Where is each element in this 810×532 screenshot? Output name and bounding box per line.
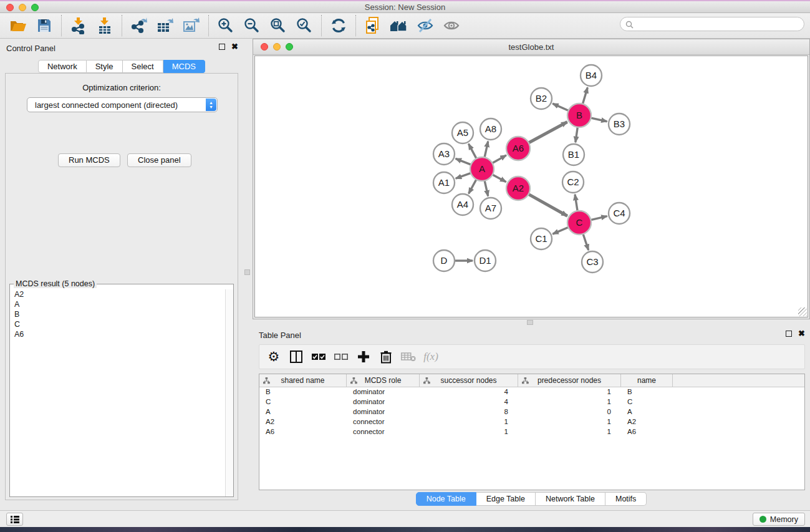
zoom-fit-icon[interactable] (268, 15, 289, 36)
table-cell[interactable]: 1 (420, 417, 518, 427)
export-network-icon[interactable] (128, 15, 150, 36)
node-A7[interactable]: A7 (480, 198, 501, 219)
node-D[interactable]: D (433, 250, 455, 271)
node-C[interactable]: C (567, 211, 591, 235)
table-cell[interactable]: A (259, 407, 347, 417)
delete-column-icon[interactable] (377, 347, 395, 366)
node-A3[interactable]: A3 (433, 143, 455, 165)
mcds-result-list[interactable]: A2ABCA6 (11, 289, 224, 496)
node-A2[interactable]: A2 (506, 177, 530, 200)
edge-C-C2[interactable] (575, 195, 577, 211)
table-cell[interactable]: dominator (347, 397, 420, 407)
edge-A6-B[interactable] (528, 122, 567, 143)
edge-A-A3[interactable] (456, 158, 472, 165)
network-from-selection-icon[interactable] (362, 15, 383, 36)
node-A6[interactable]: A6 (506, 137, 530, 160)
memory-button[interactable]: Memory (753, 513, 805, 526)
node-A5[interactable]: A5 (452, 122, 473, 143)
tab-style[interactable]: Style (87, 60, 123, 73)
node-A1[interactable]: A1 (433, 172, 455, 193)
table-row[interactable]: Bdominator41B (259, 387, 804, 397)
node-B[interactable]: B (567, 104, 591, 127)
splitter-grip[interactable] (527, 320, 533, 325)
apply-layout-icon[interactable] (328, 15, 349, 36)
node-D1[interactable]: D1 (475, 250, 496, 271)
zoom-in-icon[interactable] (215, 15, 236, 36)
close-panel-icon[interactable]: ✖ (798, 331, 805, 337)
table-cell[interactable]: A6 (259, 427, 347, 437)
table-row[interactable]: A2connector11A2 (259, 417, 804, 427)
node-B3[interactable]: B3 (609, 114, 630, 135)
first-neighbors-icon[interactable] (388, 15, 410, 36)
column-header-MCDS-role[interactable]: MCDS role (347, 374, 420, 387)
edge-A-A1[interactable] (456, 173, 471, 178)
tab-edge-table[interactable]: Edge Table (476, 492, 536, 506)
edge-A-A7[interactable] (485, 180, 488, 196)
edge-A-A6[interactable] (492, 155, 506, 163)
table-cell[interactable]: C (259, 397, 347, 407)
node-B2[interactable]: B2 (531, 88, 552, 109)
tab-motifs[interactable]: Motifs (605, 492, 647, 506)
close-panel-icon[interactable]: ✖ (231, 44, 238, 50)
edge-C-C4[interactable] (591, 216, 607, 220)
table-cell[interactable]: 4 (420, 387, 518, 397)
table-cell[interactable]: B (621, 387, 673, 397)
table-row[interactable]: A6connector11A6 (259, 427, 804, 437)
node-C1[interactable]: C1 (531, 228, 552, 249)
zoom-selected-icon[interactable] (294, 15, 315, 36)
export-image-icon[interactable] (181, 15, 202, 36)
hide-selected-icon[interactable] (415, 15, 436, 36)
edge-C-C1[interactable] (552, 227, 569, 234)
mcds-result-item[interactable]: A2 (11, 289, 224, 299)
zoom-out-icon[interactable] (241, 15, 263, 36)
edge-A-A2[interactable] (492, 174, 506, 181)
export-table-icon[interactable] (155, 15, 176, 36)
table-settings-icon[interactable]: ⚙ (264, 347, 283, 366)
edge-A-A4[interactable] (469, 179, 477, 194)
criterion-select[interactable]: largest connected component (directed) ▲… (27, 97, 218, 112)
node-A8[interactable]: A8 (480, 118, 501, 140)
edge-B-B3[interactable] (591, 118, 607, 122)
table-cell[interactable]: 0 (518, 407, 621, 417)
mcds-result-item[interactable]: B (11, 309, 224, 319)
import-network-icon[interactable] (68, 15, 89, 36)
node-B4[interactable]: B4 (581, 65, 602, 86)
open-session-icon[interactable] (7, 15, 29, 36)
node-C3[interactable]: C3 (582, 251, 603, 273)
add-column-icon[interactable] (354, 347, 373, 366)
table-cell[interactable]: B (259, 387, 347, 397)
vertical-splitter[interactable] (243, 39, 253, 510)
node-A[interactable]: A (470, 157, 494, 181)
table-cell[interactable]: A6 (621, 427, 673, 437)
mcds-result-item[interactable]: A6 (11, 329, 224, 339)
network-canvas[interactable]: B4B2BB3A8A5A6A3B1AA1C2A2A4A7C4CC1C3DD1 (254, 56, 808, 317)
mcds-result-item[interactable]: C (11, 319, 224, 329)
table-cell[interactable]: dominator (347, 407, 420, 417)
close-panel-button[interactable]: Close panel (127, 153, 191, 167)
edge-A-A8[interactable] (485, 142, 488, 158)
table-cell[interactable]: 4 (420, 397, 518, 407)
table-row[interactable]: Adominator80A (259, 407, 804, 417)
table-cell[interactable]: 1 (518, 387, 621, 397)
mcds-result-item[interactable]: A (11, 299, 224, 309)
table-cell[interactable]: C (621, 397, 673, 407)
task-history-button[interactable] (6, 513, 23, 526)
table-cell[interactable]: 1 (518, 417, 621, 427)
edge-B-B2[interactable] (552, 104, 569, 111)
search-input[interactable] (637, 18, 799, 30)
resize-grip-icon[interactable] (798, 307, 807, 316)
edge-A-A5[interactable] (468, 144, 476, 159)
node-C2[interactable]: C2 (562, 172, 584, 193)
column-visibility-icon[interactable] (287, 347, 306, 366)
node-A4[interactable]: A4 (452, 194, 473, 215)
float-panel-icon[interactable] (219, 44, 225, 50)
table-cell[interactable]: 1 (420, 427, 518, 437)
run-mcds-button[interactable]: Run MCDS (58, 153, 120, 167)
column-header-successor-nodes[interactable]: successor nodes (420, 374, 518, 387)
table-cell[interactable]: connector (347, 427, 420, 437)
edge-A2-C[interactable] (528, 194, 567, 216)
edge-B-B1[interactable] (576, 127, 578, 142)
table-cell[interactable]: 1 (518, 397, 621, 407)
tab-node-table[interactable]: Node Table (416, 492, 476, 506)
save-session-icon[interactable] (34, 15, 55, 36)
